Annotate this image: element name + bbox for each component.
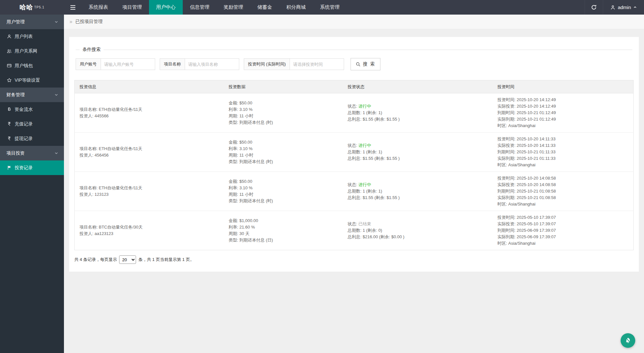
cell-line: 到期时间: 2025-10-21 01:08:58 <box>498 188 628 194</box>
sidebar-group-title[interactable]: 项目投资 <box>0 146 64 160</box>
top-nav-tab[interactable]: 储蓄金 <box>250 0 279 15</box>
sidebar-item-label: 充值记录 <box>15 121 33 127</box>
sidebar-item-label: 资金流水 <box>15 107 33 112</box>
user-menu[interactable]: admin <box>603 0 644 15</box>
cell-line: 实际投资: 2025-10-20 14:08:58 <box>498 182 628 188</box>
sidebar-item-label: VIP等级设置 <box>15 77 40 83</box>
status-label: 状态: <box>348 143 358 148</box>
cell-line: 时区: Asia/Shanghai <box>498 123 628 129</box>
sidebar-item[interactable]: 提现记录 <box>0 131 64 146</box>
rupee-icon <box>6 122 12 127</box>
sidebar-item[interactable]: 用户钱包 <box>0 58 64 73</box>
project-name-input[interactable] <box>185 58 239 70</box>
account-input[interactable] <box>101 58 155 70</box>
table-header-row: 投资信息投资数据投资状态投资时间 <box>75 80 634 93</box>
top-nav-tab[interactable]: 项目管理 <box>115 0 149 15</box>
refresh-button[interactable] <box>585 0 603 15</box>
cell-line: 到期时间: 2025-06-09 17:39:07 <box>498 227 628 234</box>
cell-line: 周期: 11 小时 <box>229 113 338 119</box>
status-line: 状态: 进行中 <box>348 142 488 149</box>
top-nav-tab[interactable]: 积分商城 <box>279 0 313 15</box>
cell-line: 周期: 30 天 <box>229 230 338 237</box>
status-line: 状态: 进行中 <box>348 103 488 110</box>
cell-line: 利率: 3.10 % <box>229 185 338 191</box>
cell-invest-time: 投资时间: 2025-05-10 17:39:07实际投资: 2025-05-1… <box>493 211 634 250</box>
sidebar-item[interactable]: 用户列表 <box>0 29 64 44</box>
status-badge: 进行中 <box>358 143 371 148</box>
cell-line: 投资时间: 2025-10-20 14:12:49 <box>498 97 628 103</box>
search-field-group: 投资时间 (实际时间) <box>244 58 344 70</box>
sidebar-item[interactable]: 资金流水 <box>0 102 64 117</box>
top-nav-tab[interactable]: 用户中心 <box>149 0 183 15</box>
page-title: 已投项目管理 <box>75 19 103 25</box>
status-badge: 进行中 <box>358 182 371 187</box>
sidebar-group-title[interactable]: 财务管理 <box>0 88 64 102</box>
cell-line: 利率: 3.10 % <box>229 146 338 152</box>
cell-line: 实际投资: 2025-05-10 17:39:07 <box>498 221 628 227</box>
cell-line: 周期: 11 小时 <box>229 191 338 198</box>
notification-mute-button[interactable] <box>621 333 635 348</box>
column-header: 投资数据 <box>224 80 343 93</box>
refresh-icon <box>591 4 597 10</box>
sidebar-item[interactable]: 投资记录 <box>0 160 64 175</box>
cell-invest-info: 项目名称: ETH自动量化任务/11天投资人: 445566 <box>75 93 224 133</box>
cell-line: 利率: 21.60 % <box>229 224 338 230</box>
per-page-select[interactable]: 20 <box>119 255 136 264</box>
main-area: » 已投项目管理 条件搜索 用户账号项目名称投资时间 (实际时间) 搜 索 <box>64 15 644 353</box>
cell-line: 总期数: 1 (剩余: 1) <box>348 110 488 116</box>
status-line: 状态: 进行中 <box>348 182 488 188</box>
sidebar-item-label: 用户钱包 <box>15 63 33 69</box>
cell-invest-data: 金额: $50.00利率: 3.10 %周期: 11 小时类型: 到期还本付息 … <box>224 93 343 133</box>
cell-line: 类型: 到期还本付息 (时) <box>229 159 338 165</box>
sidebar-item-label: 用户关系网 <box>15 48 37 54</box>
hamburger-icon[interactable] <box>64 0 81 15</box>
cell-line: 实际投资: 2025-10-20 14:12:49 <box>498 103 628 110</box>
cell-line: 投资人: 445566 <box>80 113 219 119</box>
top-nav-tab[interactable]: 系统管理 <box>313 0 347 15</box>
invest-time-input[interactable] <box>290 58 344 70</box>
account-label: 用户账号 <box>76 58 101 70</box>
wallet-icon <box>6 63 12 68</box>
search-button-label: 搜 索 <box>363 61 375 67</box>
sidebar-group-label: 项目投资 <box>6 150 25 156</box>
cell-line: 项目名称: ETH自动量化任务/11天 <box>80 146 219 152</box>
breadcrumb: » 已投项目管理 <box>64 15 644 29</box>
cell-invest-data: 金额: $50.00利率: 3.10 %周期: 11 小时类型: 到期还本付息 … <box>224 133 343 172</box>
cell-line: 投资人: 123123 <box>80 191 219 198</box>
column-header: 投资状态 <box>343 80 492 93</box>
sidebar-item[interactable]: 用户关系网 <box>0 44 64 58</box>
cell-line: 类型: 到期还本付息 (时) <box>229 198 338 204</box>
table-row: 项目名称: ETH自动量化任务/11天投资人: 123123金额: $50.00… <box>75 172 634 211</box>
cell-invest-time: 投资时间: 2025-10-20 14:12:49实际投资: 2025-10-2… <box>493 93 634 133</box>
cell-invest-status: 状态: 进行中总期数: 1 (剩余: 1)总利息: $1.55 (剩余: $1.… <box>343 133 492 172</box>
logo-version: TP5.1 <box>34 6 44 9</box>
invest-time-label: 投资时间 (实际时间) <box>244 58 290 70</box>
table-row: 项目名称: ETH自动量化任务/11天投资人: 456456金额: $50.00… <box>75 133 634 172</box>
app-logo[interactable]: 哈哈 TP5.1 <box>0 0 64 15</box>
sidebar-item[interactable]: VIP等级设置 <box>0 73 64 88</box>
top-nav-tab[interactable]: 奖励管理 <box>217 0 250 15</box>
table-row: 项目名称: BTC自动量化任务/30天投资人: aa123123金额: $1,0… <box>75 211 634 250</box>
sidebar-item-label: 投资记录 <box>15 165 33 171</box>
sidebar-item[interactable]: 充值记录 <box>0 117 64 131</box>
column-header: 投资信息 <box>75 80 224 93</box>
cell-line: 投资时间: 2025-05-10 17:39:07 <box>498 214 628 221</box>
top-nav-tab[interactable]: 系统报表 <box>81 0 115 15</box>
top-nav-tab[interactable]: 信息管理 <box>183 0 217 15</box>
sidebar-item-label: 用户列表 <box>15 34 33 40</box>
search-panel: 条件搜索 用户账号项目名称投资时间 (实际时间) 搜 索 <box>76 47 632 80</box>
cell-line: 项目名称: ETH自动量化任务/11天 <box>80 185 219 191</box>
cell-line: 项目名称: ETH自动量化任务/11天 <box>80 106 219 113</box>
search-row: 用户账号项目名称投资时间 (实际时间) 搜 索 <box>76 58 632 70</box>
cell-line: 总利息: $216.00 (剩余: $0.00 ) <box>348 234 488 240</box>
cell-invest-info: 项目名称: ETH自动量化任务/11天投资人: 123123 <box>75 172 224 211</box>
cell-line: 投资人: 456456 <box>80 152 219 159</box>
cell-line: 金额: $50.00 <box>229 100 338 106</box>
cell-invest-info: 项目名称: BTC自动量化任务/30天投资人: aa123123 <box>75 211 224 250</box>
search-button[interactable]: 搜 索 <box>351 58 380 70</box>
top-nav: 系统报表项目管理用户中心信息管理奖励管理储蓄金积分商城系统管理 <box>81 0 347 15</box>
cell-line: 总利息: $1.55 (剩余: $1.55 ) <box>348 155 488 162</box>
cell-line: 类型: 到期还本付息 (日) <box>229 237 338 243</box>
sidebar-group-title[interactable]: 用户管理 <box>0 15 64 29</box>
caret-up-icon <box>633 6 637 9</box>
